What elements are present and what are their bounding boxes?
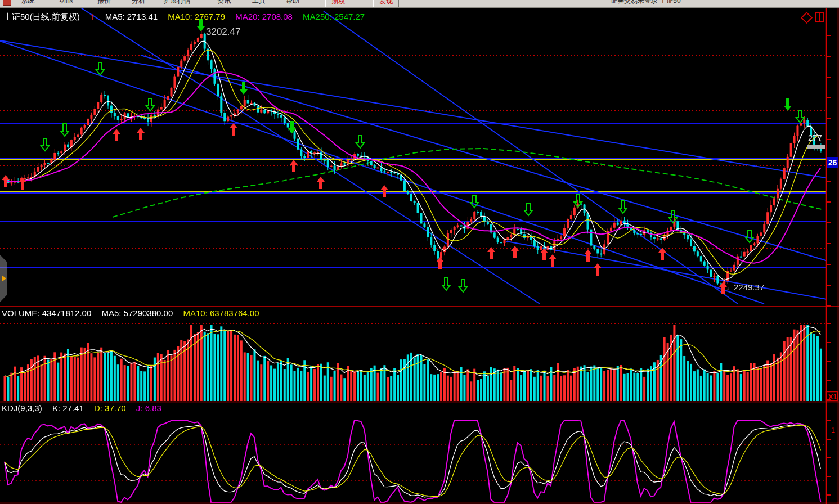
menu-item-analysis[interactable]: 分析 [132, 0, 145, 6]
chart-title: 上证50(日线.前复权) [3, 12, 80, 21]
login-status: 证券交易未登录 上证50 [611, 0, 681, 6]
main-chart-header: 上证50(日线.前复权) ↑ MA5: 2713.41 MA10: 2767.7… [3, 11, 373, 22]
volume-ma10-value: MA10: 63783764.00 [183, 308, 259, 318]
app-logo-icon [3, 0, 11, 6]
trough-price-label: ←2249.37 [725, 282, 764, 292]
menu-button-discover[interactable]: 发现 [373, 0, 399, 7]
volume-axis-label: X1 [828, 393, 837, 401]
kdj-j-value: J: 6.83 [136, 403, 161, 413]
stock-chart-canvas[interactable] [0, 0, 839, 504]
menu-item-help[interactable]: 帮助 [286, 0, 299, 6]
kdj-title: KDJ(9,3,3) [2, 403, 42, 413]
kdj-axis-tick-label: 1 [831, 426, 835, 434]
kdj-pane-header: KDJ(9,3,3) K: 27.41 D: 37.70 J: 6.83 [2, 403, 169, 413]
last-price-axis-badge: 26 [827, 157, 838, 168]
volume-pane-header: VOLUME: 43471812.00 MA5: 57290380.00 MA1… [2, 308, 267, 318]
volume-value: VOLUME: 43471812.00 [2, 308, 91, 318]
menu-item-news[interactable]: 资讯 [217, 0, 231, 6]
menu-item-tools[interactable]: 工具 [252, 0, 266, 6]
axis-price-label: 277 [808, 133, 822, 142]
menu-item-quotes[interactable]: 报价 [97, 0, 111, 6]
ma5-value: MA5: 2713.41 [105, 12, 158, 21]
expand-arrow-icon [2, 275, 6, 282]
menubar: 系统 功能 报价 分析 扩展行情 资讯 工具 帮助 期权 发现 证券交易未登录 … [0, 0, 839, 8]
ma250-value: MA250: 2547.27 [303, 12, 365, 21]
buy-signal-arrow-icon: ↑ [90, 11, 95, 22]
ma10-value: MA10: 2767.79 [168, 12, 225, 21]
kdj-d-value: D: 37.70 [94, 403, 126, 413]
menu-button-options[interactable]: 期权 [325, 0, 351, 7]
volume-ma5-value: MA5: 57290380.00 [101, 308, 173, 318]
ma20-value: MA20: 2708.08 [235, 12, 293, 21]
menu-item-system[interactable]: 系统 [21, 0, 34, 6]
peak-price-label: 3202.47 [206, 26, 240, 38]
split-window-icon[interactable] [815, 12, 824, 22]
menu-item-extended-quotes[interactable]: 扩展行情 [164, 0, 191, 6]
kdj-k-value: K: 27.41 [52, 403, 84, 413]
menu-item-function[interactable]: 功能 [59, 0, 73, 6]
panel-expand-handle[interactable] [0, 255, 7, 302]
last-price-marker [807, 145, 825, 148]
